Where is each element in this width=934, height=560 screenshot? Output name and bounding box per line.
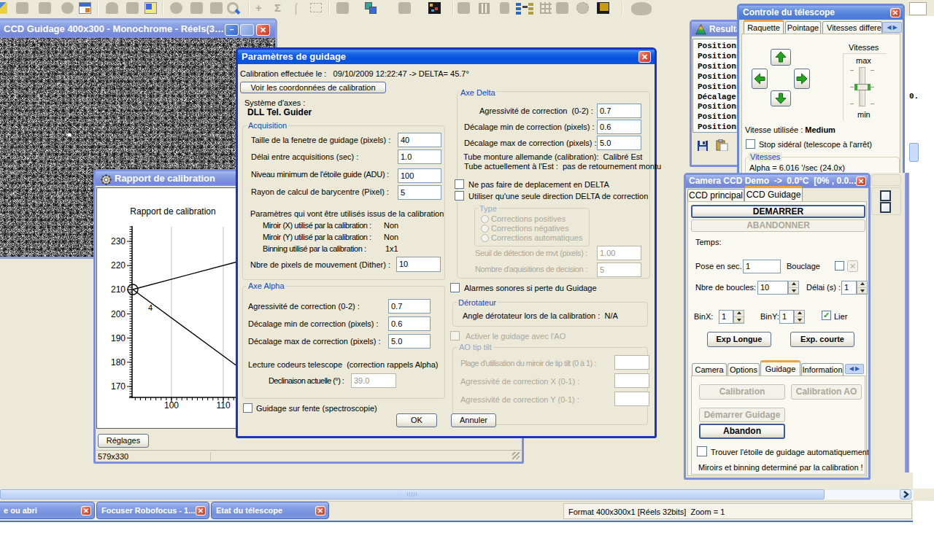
svg-text:200: 200 <box>111 309 126 319</box>
svg-text:230: 230 <box>111 236 126 246</box>
svg-text:110: 110 <box>216 400 230 411</box>
svg-text:180: 180 <box>111 357 126 368</box>
svg-text:170: 170 <box>111 381 126 392</box>
svg-text:190: 190 <box>111 333 126 343</box>
svg-text:4: 4 <box>148 303 153 312</box>
svg-text:Rapport de calibration: Rapport de calibration <box>130 206 215 217</box>
svg-text:100: 100 <box>164 400 179 411</box>
svg-text:220: 220 <box>111 260 126 271</box>
svg-text:210: 210 <box>111 284 126 295</box>
